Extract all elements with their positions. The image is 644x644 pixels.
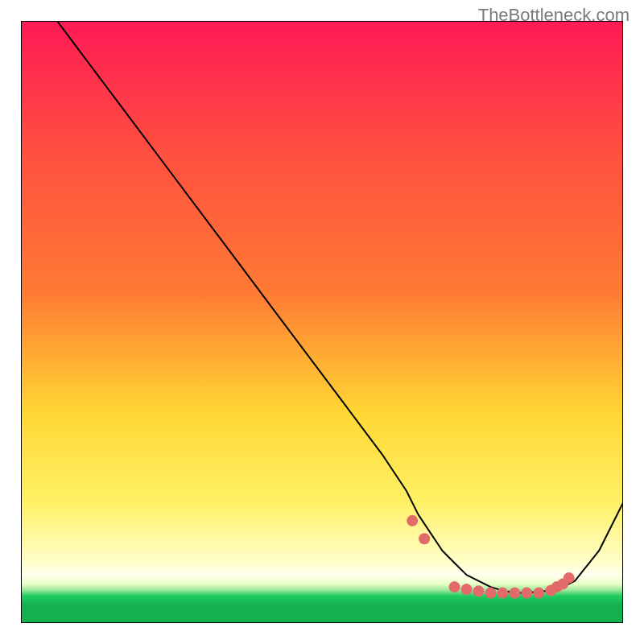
plot-area: [21, 21, 623, 623]
watermark-text: TheBottleneck.com: [478, 5, 630, 26]
highlight-dot: [564, 572, 575, 584]
highlight-dot: [407, 515, 418, 526]
gradient-background: [21, 21, 623, 623]
highlight-dot: [509, 588, 520, 599]
highlight-dot: [521, 588, 532, 599]
highlight-dot: [533, 588, 544, 599]
highlight-dot: [461, 584, 473, 595]
highlight-dot: [419, 533, 430, 544]
highlight-dot: [473, 585, 484, 597]
highlight-dot: [485, 588, 496, 599]
highlight-dot: [449, 581, 460, 592]
highlight-dot: [497, 588, 508, 599]
chart-svg: [21, 21, 623, 623]
chart-container: TheBottleneck.com: [0, 0, 644, 644]
